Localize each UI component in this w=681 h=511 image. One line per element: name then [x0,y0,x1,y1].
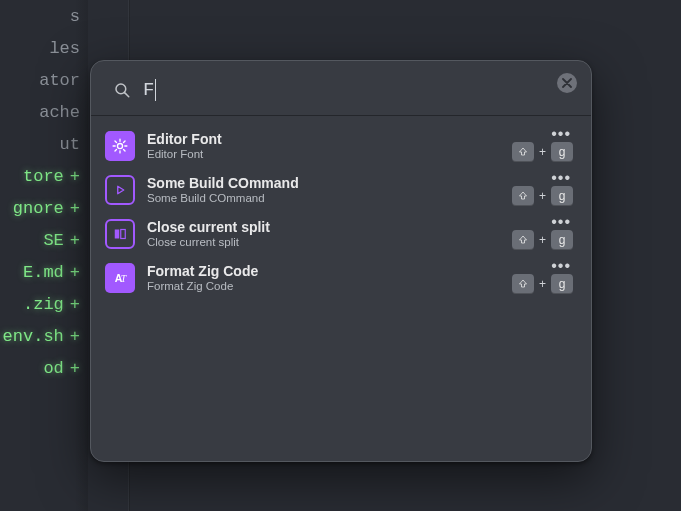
kbd-plus: + [539,233,546,247]
command-palette-result[interactable]: Format Zig CodeFormat Zig Code•••+g [91,256,591,300]
keyboard-shortcut: +g [512,230,573,250]
command-result-title: Format Zig Code [147,263,258,279]
command-palette-search-input[interactable]: F [143,79,156,101]
kbd-key: g [551,142,573,162]
gear-icon [105,131,135,161]
keyboard-shortcut: +g [512,274,573,294]
kbd-key: g [551,274,573,294]
command-palette-result[interactable]: Editor FontEditor Font•••+g [91,124,591,168]
close-icon [562,78,572,88]
search-icon [113,81,131,99]
command-palette-search-row: F [91,61,591,115]
keyboard-shortcut: +g [512,186,573,206]
command-result-subtitle: Editor Font [147,148,222,161]
kbd-shift-icon [512,186,534,206]
close-button[interactable] [557,73,577,93]
command-palette-result[interactable]: Some Build COmmandSome Build COmmand•••+… [91,168,591,212]
kbd-key: g [551,186,573,206]
command-palette-backdrop: F Editor FontEditor Font•••+gSome Build … [0,0,681,511]
command-palette-result[interactable]: Close current splitClose current split••… [91,212,591,256]
text-caret [155,79,156,101]
kbd-plus: + [539,189,546,203]
command-result-subtitle: Close current split [147,236,270,249]
svg-line-1 [125,93,129,97]
split-box-icon [105,219,135,249]
more-options-icon[interactable]: ••• [549,218,573,226]
keyboard-shortcut: +g [512,142,573,162]
command-result-right: •••+g [512,174,573,206]
kbd-shift-icon [512,142,534,162]
kbd-shift-icon [512,274,534,294]
command-result-right: •••+g [512,130,573,162]
play-box-icon [105,175,135,205]
command-result-labels: Editor FontEditor Font [147,131,222,161]
search-query-text: F [143,79,154,101]
command-result-title: Some Build COmmand [147,175,299,191]
command-palette: F Editor FontEditor Font•••+gSome Build … [90,60,592,462]
command-result-right: •••+g [512,262,573,294]
kbd-key: g [551,230,573,250]
command-palette-results: Editor FontEditor Font•••+gSome Build CO… [91,122,591,308]
more-options-icon[interactable]: ••• [549,262,573,270]
more-options-icon[interactable]: ••• [549,130,573,138]
command-result-subtitle: Format Zig Code [147,280,258,293]
command-result-labels: Some Build COmmandSome Build COmmand [147,175,299,205]
command-result-right: •••+g [512,218,573,250]
command-result-subtitle: Some Build COmmand [147,192,299,205]
command-palette-separator [91,115,591,116]
kbd-plus: + [539,145,546,159]
command-result-title: Close current split [147,219,270,235]
kbd-plus: + [539,277,546,291]
command-result-title: Editor Font [147,131,222,147]
more-options-icon[interactable]: ••• [549,174,573,182]
kbd-shift-icon [512,230,534,250]
typography-icon [105,263,135,293]
command-result-labels: Close current splitClose current split [147,219,270,249]
command-result-labels: Format Zig CodeFormat Zig Code [147,263,258,293]
